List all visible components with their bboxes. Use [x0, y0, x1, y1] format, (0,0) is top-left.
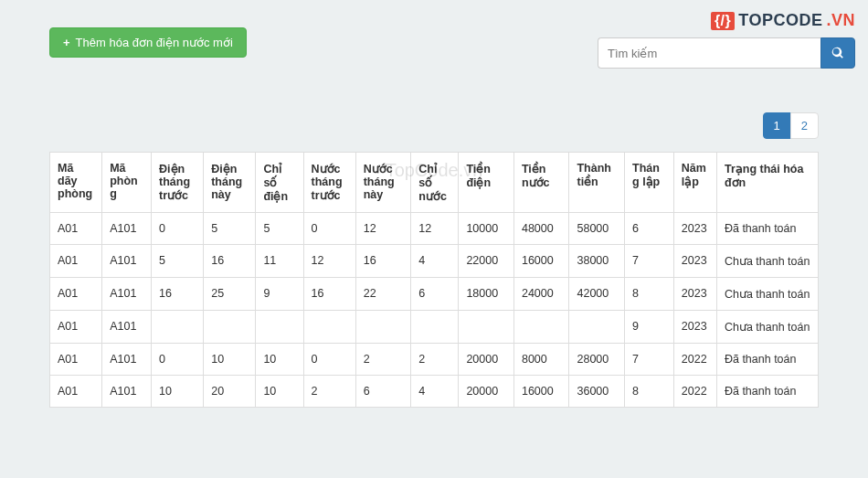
- cell: A101: [102, 278, 152, 311]
- search-group: [598, 37, 855, 69]
- col-chi-so-dien: Chỉ số điện: [256, 153, 303, 213]
- logo-brace-icon: {/}: [711, 12, 735, 30]
- cell: 5: [256, 213, 303, 245]
- cell: A01: [50, 376, 102, 408]
- cell: A01: [50, 213, 102, 245]
- cell: 5: [204, 213, 256, 245]
- cell: 6: [411, 278, 459, 311]
- cell: 10000: [459, 213, 514, 245]
- cell: 0: [303, 213, 355, 245]
- search-input[interactable]: [598, 37, 820, 69]
- cell: 0: [303, 344, 355, 376]
- cell: 2: [303, 376, 355, 408]
- cell: 48000: [513, 213, 569, 245]
- table-header-row: Mã dãy phòng Mã phòng Điện tháng trước Đ…: [50, 153, 819, 213]
- cell: A101: [102, 245, 152, 278]
- cell: [459, 311, 514, 344]
- cell: 20000: [459, 376, 514, 408]
- cell: 2023: [673, 278, 716, 311]
- col-dien-truoc: Điện tháng trước: [152, 153, 204, 213]
- cell: 9: [625, 311, 674, 344]
- cell: Chưa thanh toán: [716, 278, 818, 311]
- cell: A101: [102, 213, 152, 245]
- cell: 2023: [673, 213, 716, 245]
- col-nuoc-nay: Nước tháng này: [355, 153, 411, 213]
- cell: [303, 311, 355, 344]
- page-1[interactable]: 1: [763, 112, 791, 139]
- cell: A101: [102, 311, 152, 344]
- table-row: A01A10192023Chưa thanh toán: [50, 311, 819, 344]
- cell: 16: [355, 245, 411, 278]
- col-tien-nuoc: Tiền nước: [513, 153, 569, 213]
- cell: 36000: [569, 376, 625, 408]
- cell: 10: [204, 344, 256, 376]
- cell: 8000: [513, 344, 569, 376]
- cell: 12: [411, 213, 459, 245]
- cell: Chưa thanh toán: [716, 311, 818, 344]
- cell: [569, 311, 625, 344]
- cell: 28000: [569, 344, 625, 376]
- table-row: A01A101162591622618000240004200082023Chư…: [50, 278, 819, 311]
- cell: A01: [50, 311, 102, 344]
- cell: 58000: [569, 213, 625, 245]
- cell: [256, 311, 303, 344]
- cell: 7: [625, 245, 674, 278]
- cell: Chưa thanh toán: [716, 245, 818, 278]
- cell: 42000: [569, 278, 625, 311]
- cell: 20000: [459, 344, 514, 376]
- cell: 24000: [513, 278, 569, 311]
- search-icon: [831, 47, 844, 59]
- cell: [355, 311, 411, 344]
- col-nuoc-truoc: Nước tháng trước: [303, 153, 355, 213]
- cell: 6: [355, 376, 411, 408]
- table-row: A01A101010100222000080002800072022Đã tha…: [50, 344, 819, 376]
- cell: 10: [152, 376, 204, 408]
- cell: 0: [152, 213, 204, 245]
- cell: 2: [411, 344, 459, 376]
- cell: 11: [256, 245, 303, 278]
- cell: A01: [50, 344, 102, 376]
- pagination: 1 2: [13, 112, 819, 139]
- top-bar: + Thêm hóa đơn điện nước mới {/} TOPCODE…: [13, 11, 855, 69]
- logo-suffix: .VN: [826, 11, 855, 30]
- table-row: A01A10110201026420000160003600082022Đã t…: [50, 376, 819, 408]
- cell: 12: [303, 245, 355, 278]
- col-nam-lap: Năm lập: [673, 153, 716, 213]
- table-row: A01A1010550121210000480005800062023Đã th…: [50, 213, 819, 245]
- cell: 12: [355, 213, 411, 245]
- cell: 25: [204, 278, 256, 311]
- table-row: A01A101516111216422000160003800072023Chư…: [50, 245, 819, 278]
- cell: A101: [102, 376, 152, 408]
- col-dien-nay: Điện tháng này: [204, 153, 256, 213]
- cell: 2: [355, 344, 411, 376]
- cell: 16000: [513, 376, 569, 408]
- cell: 8: [625, 376, 674, 408]
- logo-text: TOPCODE: [738, 11, 822, 30]
- cell: 9: [256, 278, 303, 311]
- cell: 10: [256, 376, 303, 408]
- cell: 16: [152, 278, 204, 311]
- cell: 2023: [673, 311, 716, 344]
- search-button[interactable]: [820, 37, 855, 69]
- cell: A01: [50, 245, 102, 278]
- cell: 2022: [673, 376, 716, 408]
- cell: 22: [355, 278, 411, 311]
- cell: 22000: [459, 245, 514, 278]
- col-ma-phong: Mã phòng: [102, 153, 152, 213]
- invoice-table: Mã dãy phòng Mã phòng Điện tháng trước Đ…: [49, 152, 819, 408]
- logo: {/} TOPCODE.VN: [711, 11, 855, 30]
- cell: 16: [303, 278, 355, 311]
- add-button-label: Thêm hóa đơn điện nước mới: [76, 36, 233, 49]
- cell: 16000: [513, 245, 569, 278]
- cell: 5: [152, 245, 204, 278]
- plus-icon: +: [63, 36, 70, 49]
- page-2[interactable]: 2: [790, 112, 819, 139]
- add-invoice-button[interactable]: + Thêm hóa đơn điện nước mới: [49, 27, 247, 58]
- cell: A01: [50, 278, 102, 311]
- cell: Đã thanh toán: [716, 376, 818, 408]
- cell: 8: [625, 278, 674, 311]
- cell: 10: [256, 344, 303, 376]
- col-thanh-tien: Thành tiền: [569, 153, 625, 213]
- cell: [204, 311, 256, 344]
- cell: 7: [625, 344, 674, 376]
